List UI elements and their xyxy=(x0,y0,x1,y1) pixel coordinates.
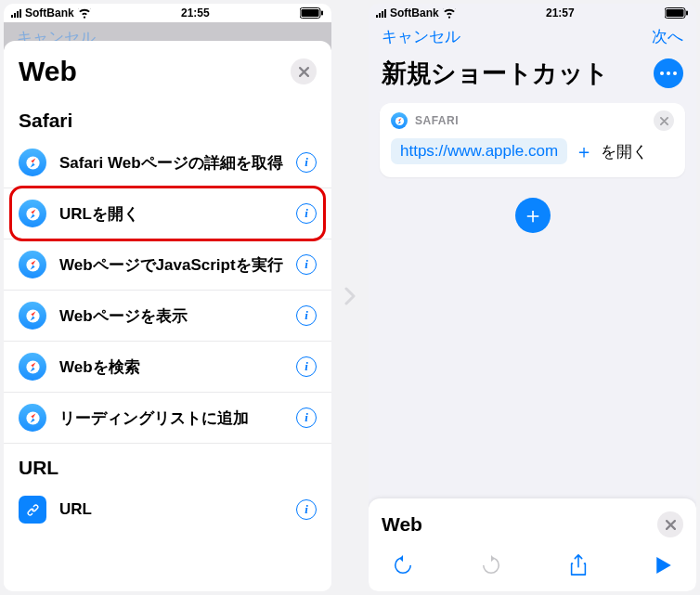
action-label: URL xyxy=(59,500,283,519)
right-phone: SoftBank 21:57 キャンセル 次へ 新規ショートカット SAFARI xyxy=(369,4,696,591)
safari-icon xyxy=(19,200,46,227)
info-button[interactable]: i xyxy=(296,152,317,173)
action-card[interactable]: SAFARI https://www.apple.com ＋ を開く xyxy=(380,103,685,177)
close-button[interactable] xyxy=(291,58,317,84)
status-bar: SoftBank 21:55 xyxy=(4,4,331,22)
action-sheet: Web Safari Safari Webページの詳細を取得 i URLを開く … xyxy=(4,41,331,591)
share-button[interactable] xyxy=(569,554,588,580)
undo-button[interactable] xyxy=(393,555,413,579)
url-value[interactable]: https://www.apple.com xyxy=(391,138,567,164)
close-icon xyxy=(666,520,676,530)
bottom-panel: Web xyxy=(369,498,696,591)
info-button[interactable]: i xyxy=(296,356,317,377)
play-icon xyxy=(655,556,672,575)
action-reading-list[interactable]: リーディングリストに追加 i xyxy=(4,393,331,444)
battery-icon xyxy=(665,7,689,19)
add-variable-button[interactable]: ＋ xyxy=(573,140,595,162)
remove-button[interactable] xyxy=(654,110,674,131)
action-label: WebページでJavaScriptを実行 xyxy=(59,254,283,276)
bottom-title: Web xyxy=(382,513,657,536)
action-search-web[interactable]: Webを検索 i xyxy=(4,342,331,393)
action-label: Webを検索 xyxy=(59,356,283,378)
clock: 21:55 xyxy=(91,6,300,19)
svg-rect-1 xyxy=(302,9,319,17)
safari-icon xyxy=(19,302,46,330)
info-button[interactable]: i xyxy=(296,305,317,326)
close-button[interactable] xyxy=(657,511,683,537)
action-label: リーディングリストに追加 xyxy=(59,407,283,429)
more-button[interactable] xyxy=(654,58,683,88)
svg-rect-11 xyxy=(686,11,688,16)
section-safari: Safari xyxy=(4,97,331,137)
info-button[interactable]: i xyxy=(296,407,317,428)
left-phone: SoftBank 21:55 キャンセル Web Safari Safari W… xyxy=(4,4,331,591)
redo-icon xyxy=(481,555,501,576)
safari-icon xyxy=(19,353,46,381)
action-label: Safari Webページの詳細を取得 xyxy=(59,152,283,174)
share-icon xyxy=(569,554,588,576)
nav-bar: キャンセル 次へ xyxy=(369,22,696,55)
page-title: 新規ショートカット xyxy=(382,57,644,90)
close-icon xyxy=(660,117,668,125)
action-run-js[interactable]: WebページでJavaScriptを実行 i xyxy=(4,239,331,291)
action-label: Webページを表示 xyxy=(59,305,283,327)
next-button[interactable]: 次へ xyxy=(652,26,683,47)
chevron-right-icon xyxy=(344,287,356,309)
cancel-button[interactable]: キャンセル xyxy=(382,26,460,47)
undo-icon xyxy=(393,555,413,576)
signal-icon xyxy=(11,8,21,18)
carrier-label: SoftBank xyxy=(25,6,74,19)
add-action-button[interactable]: ＋ xyxy=(515,198,551,233)
action-label: URLを開く xyxy=(59,203,283,225)
safari-icon xyxy=(391,112,408,129)
card-suffix: を開く xyxy=(601,141,648,162)
svg-rect-2 xyxy=(321,11,323,16)
action-show-page[interactable]: Webページを表示 i xyxy=(4,291,331,342)
battery-icon xyxy=(300,7,324,19)
info-button[interactable]: i xyxy=(296,254,317,275)
wifi-icon xyxy=(443,8,456,19)
signal-icon xyxy=(376,8,386,18)
redo-button[interactable] xyxy=(481,555,501,579)
clock: 21:57 xyxy=(456,6,665,19)
safari-icon xyxy=(19,149,46,176)
status-bar: SoftBank 21:57 xyxy=(369,4,696,22)
sheet-title: Web xyxy=(19,56,291,87)
close-icon xyxy=(299,67,309,77)
section-url: URL xyxy=(4,444,331,485)
wifi-icon xyxy=(78,8,91,19)
play-button[interactable] xyxy=(655,556,672,578)
action-open-url[interactable]: URLを開く i xyxy=(4,188,331,239)
info-button[interactable]: i xyxy=(296,499,317,520)
svg-rect-10 xyxy=(667,9,684,17)
safari-icon xyxy=(19,251,46,278)
info-button[interactable]: i xyxy=(296,203,317,224)
action-safari-web-detail[interactable]: Safari Webページの詳細を取得 i xyxy=(4,137,331,188)
card-app-label: SAFARI xyxy=(415,114,459,127)
link-icon xyxy=(19,496,46,524)
carrier-label: SoftBank xyxy=(390,6,439,19)
action-url[interactable]: URL i xyxy=(4,485,331,535)
safari-icon xyxy=(19,404,46,432)
